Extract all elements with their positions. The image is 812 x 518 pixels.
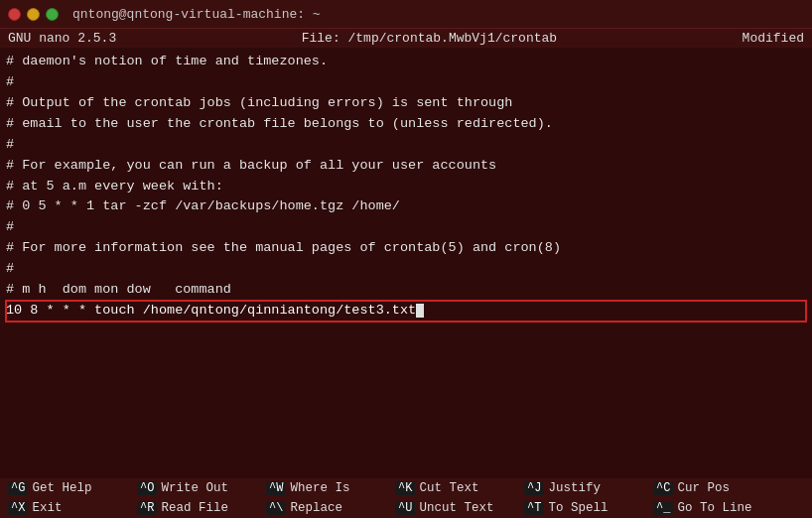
editor-line: # Output of the crontab jobs (including …	[6, 93, 806, 114]
modified-status: Modified	[743, 31, 804, 46]
shortcut-item[interactable]: ^WWhere Is	[262, 480, 391, 496]
shortcut-item[interactable]: ^TTo Spell	[520, 500, 649, 516]
shortcut-item[interactable]: ^_Go To Line	[649, 500, 778, 516]
editor-line: # m h dom mon dow command	[6, 280, 806, 301]
shortcut-key: ^G	[8, 481, 28, 495]
text-cursor	[416, 304, 424, 318]
nano-header: GNU nano 2.5.3 File: /tmp/crontab.MwbVj1…	[0, 28, 812, 48]
editor-line: # For example, you can run a backup of a…	[6, 156, 806, 177]
shortcut-label: Read File	[161, 501, 228, 515]
shortcut-item[interactable]: ^UUncut Text	[391, 500, 520, 516]
shortcut-label: To Spell	[548, 501, 608, 515]
editor-line: #	[6, 217, 806, 238]
shortcut-row-2: ^XExit^RRead File^\Replace^UUncut Text^T…	[0, 498, 812, 518]
title-bar: qntong@qntong-virtual-machine: ~	[0, 0, 812, 28]
shortcut-label: Get Help	[32, 481, 91, 495]
editor-line: #	[6, 259, 806, 280]
editor-line: 10 8 * * * touch /home/qntong/qinnianton…	[6, 301, 806, 322]
shortcut-label: Uncut Text	[419, 501, 493, 515]
shortcut-key: ^\	[266, 501, 286, 515]
shortcut-item[interactable]: ^XExit	[4, 500, 133, 516]
shortcut-key: ^T	[524, 501, 544, 515]
shortcut-key: ^J	[524, 481, 544, 495]
editor-line: # email to the user the crontab file bel…	[6, 114, 806, 135]
shortcut-key: ^X	[8, 501, 28, 515]
close-button[interactable]	[8, 8, 21, 21]
editor-line: #	[6, 135, 806, 156]
shortcut-label: Justify	[548, 481, 601, 495]
shortcut-key: ^O	[137, 481, 157, 495]
shortcut-label: Exit	[32, 501, 62, 515]
shortcut-key: ^U	[395, 501, 415, 515]
editor-line: # For more information see the manual pa…	[6, 238, 806, 259]
shortcut-key: ^K	[395, 481, 415, 495]
editor-line: # at 5 a.m every week with:	[6, 177, 806, 197]
editor-line: # 0 5 * * 1 tar -zcf /var/backups/home.t…	[6, 196, 806, 217]
shortcut-key: ^_	[653, 501, 673, 515]
shortcut-item[interactable]: ^OWrite Out	[133, 480, 262, 496]
shortcut-item[interactable]: ^CCur Pos	[649, 480, 778, 496]
shortcut-item[interactable]: ^\Replace	[262, 500, 391, 516]
shortcut-key: ^R	[137, 501, 157, 515]
shortcut-item[interactable]: ^GGet Help	[4, 480, 133, 496]
shortcut-label: Replace	[290, 501, 342, 515]
shortcut-item[interactable]: ^JJustify	[520, 480, 649, 496]
shortcut-label: Cut Text	[419, 481, 478, 495]
shortcut-label: Where Is	[290, 481, 349, 495]
minimize-button[interactable]	[27, 8, 40, 21]
shortcut-label: Write Out	[161, 481, 228, 495]
shortcut-key: ^C	[653, 481, 673, 495]
shortcut-bar: ^GGet Help^OWrite Out^WWhere Is^KCut Tex…	[0, 478, 812, 518]
shortcut-item[interactable]: ^RRead File	[133, 500, 262, 516]
maximize-button[interactable]	[46, 8, 59, 21]
nano-version: GNU nano 2.5.3	[8, 31, 116, 46]
shortcut-key: ^W	[266, 481, 286, 495]
shortcut-row-1: ^GGet Help^OWrite Out^WWhere Is^KCut Tex…	[0, 478, 812, 498]
window-title: qntong@qntong-virtual-machine: ~	[72, 7, 321, 22]
shortcut-item[interactable]: ^KCut Text	[391, 480, 520, 496]
shortcut-label: Go To Line	[677, 501, 751, 515]
shortcut-label: Cur Pos	[677, 481, 730, 495]
file-path: File: /tmp/crontab.MwbVj1/crontab	[302, 31, 557, 46]
editor-line: #	[6, 72, 806, 93]
editor-line: # daemon's notion of time and timezones.	[6, 52, 806, 72]
editor-area[interactable]: # daemon's notion of time and timezones.…	[0, 48, 812, 435]
